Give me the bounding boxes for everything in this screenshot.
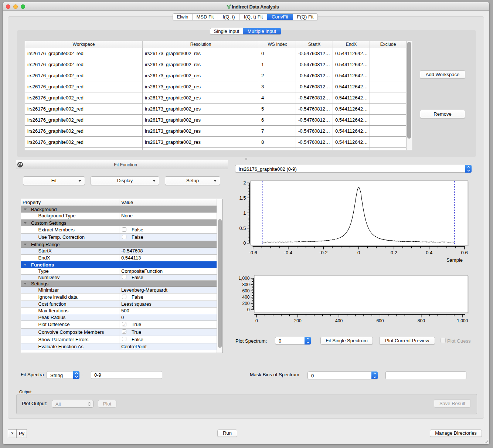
svg-text:0: 0 bbox=[255, 318, 258, 323]
svg-text:0: 0 bbox=[247, 307, 250, 312]
svg-text:0.2: 0.2 bbox=[391, 250, 397, 255]
svg-text:600: 600 bbox=[242, 288, 249, 293]
svg-text:0: 0 bbox=[357, 250, 360, 255]
svg-text:400: 400 bbox=[335, 318, 343, 323]
svg-text:800: 800 bbox=[418, 318, 425, 323]
svg-text:800: 800 bbox=[242, 282, 249, 287]
svg-text:600: 600 bbox=[376, 318, 384, 323]
svg-text:0: 0 bbox=[243, 240, 246, 246]
svg-text:0.5: 0.5 bbox=[239, 225, 246, 231]
svg-text:1: 1 bbox=[243, 210, 246, 216]
svg-text:0.4: 0.4 bbox=[426, 250, 432, 255]
svg-text:1,000: 1,000 bbox=[238, 276, 249, 281]
svg-text:2: 2 bbox=[243, 180, 246, 186]
svg-text:400: 400 bbox=[242, 295, 249, 300]
svg-text:200: 200 bbox=[294, 318, 302, 323]
svg-text:1,000: 1,000 bbox=[457, 318, 468, 323]
svg-text:0.6: 0.6 bbox=[461, 250, 468, 255]
svg-text:1.5: 1.5 bbox=[239, 195, 246, 201]
svg-text:-0.4: -0.4 bbox=[284, 250, 292, 255]
svg-text:200: 200 bbox=[242, 301, 249, 306]
svg-text:Sample: Sample bbox=[446, 257, 463, 263]
svg-text:-0.6: -0.6 bbox=[249, 250, 257, 255]
svg-text:-0.2: -0.2 bbox=[319, 250, 327, 255]
